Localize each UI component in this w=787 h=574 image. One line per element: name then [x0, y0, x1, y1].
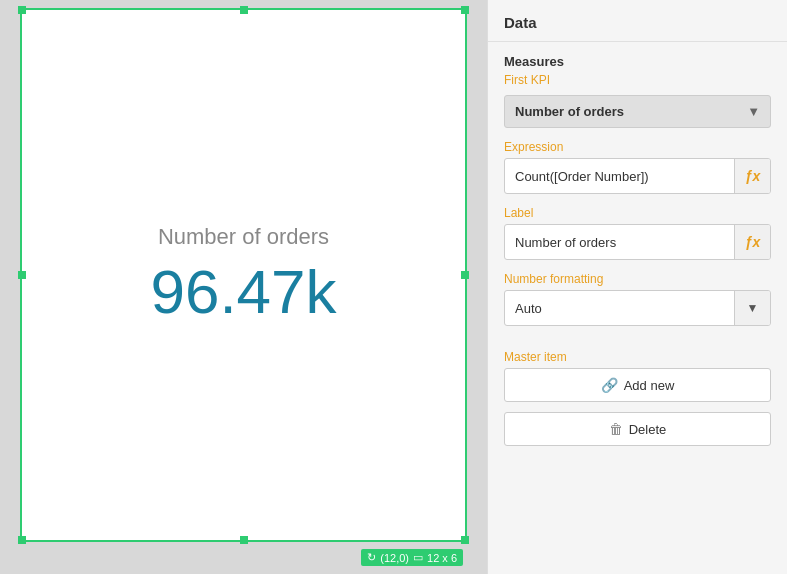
right-panel: Data Measures First KPI Number of orders…: [487, 0, 787, 574]
resize-icon: ▭: [413, 551, 423, 564]
handle-top-right[interactable]: [461, 6, 469, 14]
number-formatting-select[interactable]: Auto Number Money Date: [505, 294, 734, 323]
expression-input[interactable]: [505, 162, 734, 191]
kpi-label: Number of orders: [158, 224, 329, 250]
label-fx-icon: ƒx: [745, 234, 761, 250]
handle-bottom-left[interactable]: [18, 536, 26, 544]
status-position: (12,0): [380, 552, 409, 564]
add-new-button[interactable]: 🔗 Add new: [504, 368, 771, 402]
expression-group: Expression ƒx: [504, 140, 771, 194]
canvas-area: Number of orders 96.47k ↻ (12,0) ▭ 12 x …: [0, 0, 487, 574]
expression-fx-button[interactable]: ƒx: [734, 159, 770, 193]
trash-icon: 🗑: [609, 421, 623, 437]
handle-top-center[interactable]: [240, 6, 248, 14]
chevron-down-icon: ▼: [747, 104, 760, 119]
status-size: 12 x 6: [427, 552, 457, 564]
panel-header: Data: [488, 0, 787, 42]
kpi-value: 96.47k: [150, 258, 336, 326]
master-item-section: Master item 🔗 Add new 🗑 Delete: [488, 338, 787, 458]
label-group: Label ƒx: [504, 206, 771, 260]
handle-mid-left[interactable]: [18, 271, 26, 279]
handle-mid-right[interactable]: [461, 271, 469, 279]
delete-label: Delete: [629, 422, 667, 437]
label-input[interactable]: [505, 228, 734, 257]
select-chevron-icon: ▼: [734, 291, 770, 325]
link-icon: 🔗: [601, 377, 618, 393]
master-item-label: Master item: [504, 350, 771, 364]
rotate-icon: ↻: [367, 551, 376, 564]
measure-dropdown[interactable]: Number of orders ▼: [504, 95, 771, 128]
fx-icon: ƒx: [745, 168, 761, 184]
widget-status: ↻ (12,0) ▭ 12 x 6: [361, 549, 463, 566]
number-formatting-group: Number formatting Auto Number Money Date…: [504, 272, 771, 326]
measures-subtitle: First KPI: [504, 73, 771, 87]
handle-bottom-center[interactable]: [240, 536, 248, 544]
number-formatting-select-row: Auto Number Money Date ▼: [504, 290, 771, 326]
add-new-label: Add new: [624, 378, 675, 393]
delete-button[interactable]: 🗑 Delete: [504, 412, 771, 446]
number-formatting-label: Number formatting: [504, 272, 771, 286]
expression-input-row: ƒx: [504, 158, 771, 194]
handle-bottom-right[interactable]: [461, 536, 469, 544]
kpi-widget[interactable]: Number of orders 96.47k: [20, 8, 467, 542]
measure-dropdown-label: Number of orders: [515, 104, 624, 119]
measures-title: Measures: [504, 54, 771, 69]
measures-section: Measures First KPI Number of orders ▼ Ex…: [488, 42, 787, 338]
label-field-label: Label: [504, 206, 771, 220]
label-input-row: ƒx: [504, 224, 771, 260]
label-fx-button[interactable]: ƒx: [734, 225, 770, 259]
expression-label: Expression: [504, 140, 771, 154]
handle-top-left[interactable]: [18, 6, 26, 14]
